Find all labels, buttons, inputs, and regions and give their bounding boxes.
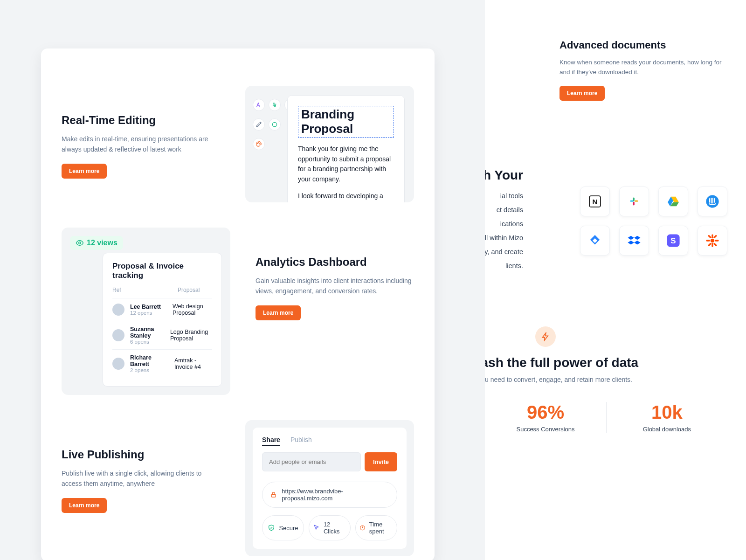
integration-line: ines —all within Mizo (485, 234, 523, 242)
realtime-title: Real-Time Editing (62, 114, 220, 127)
stripe-icon[interactable]: S (658, 226, 688, 256)
text-icon[interactable] (269, 99, 281, 111)
table-row[interactable]: Richare Barrett2 opens Amtrak - Invoice … (112, 349, 212, 378)
avatar (112, 358, 124, 370)
svg-point-0 (272, 122, 276, 126)
lock-icon (270, 491, 277, 498)
advanced-learn-more-button[interactable]: Learn more (560, 86, 605, 101)
row-proposal: Web design Proposal (173, 303, 212, 316)
slack-icon[interactable] (619, 187, 649, 216)
svg-rect-23 (706, 240, 710, 241)
right-overlay: Views (12 total) Time spent on document … (485, 0, 746, 560)
row-proposal: Logo Branding Proposal (170, 329, 212, 342)
section-realtime: Real-Time Editing Make edits in real-tim… (62, 86, 414, 202)
palette-icon[interactable] (253, 138, 265, 150)
editor-panel: Branding Proposal Thank you for giving m… (245, 86, 414, 202)
row-proposal: Amtrak - Invoice #4 (174, 357, 212, 370)
section-tracking: 12 views Proposal & Invoice tracking Ref… (62, 228, 414, 395)
tracking-heading: Proposal & Invoice tracking (112, 262, 212, 280)
avatar (112, 304, 124, 316)
circle-icon[interactable] (269, 118, 281, 131)
eye-icon (76, 239, 84, 247)
integrations-text: h Your ial tools ct details ications ine… (485, 168, 523, 276)
font-icon[interactable] (253, 99, 265, 111)
editor-title[interactable]: Branding Proposal (298, 106, 394, 138)
svg-rect-21 (711, 234, 713, 238)
analytics-desc: Gain valuable insights into client inter… (256, 276, 414, 296)
section-livepub: Live Publishing Publish live with a sing… (62, 420, 414, 556)
integration-line: ications (485, 220, 523, 228)
metric-3: 10k Global downloads (606, 402, 727, 433)
livepub-learn-more-button[interactable]: Learn more (62, 498, 107, 513)
advanced-block: Advanced documents Know when someone rea… (560, 39, 727, 101)
tab-publish[interactable]: Publish (290, 436, 312, 446)
svg-text:N: N (592, 198, 597, 206)
metric-2: 96% Success Conversions (485, 402, 606, 433)
svg-rect-5 (271, 494, 276, 497)
row-opens: 12 opens (130, 310, 167, 316)
tab-share[interactable]: Share (262, 436, 280, 446)
analytics-learn-more-button[interactable]: Learn more (256, 305, 301, 320)
svg-text:S: S (670, 236, 676, 245)
invite-button[interactable]: Invite (365, 452, 397, 471)
svg-point-20 (711, 239, 715, 243)
svg-rect-10 (635, 200, 638, 201)
livepub-title: Live Publishing (62, 448, 220, 461)
svg-rect-26 (713, 242, 717, 246)
row-name: Richare Barrett (130, 354, 169, 367)
tracking-card: Proposal & Invoice tracking Ref Proposal… (103, 253, 222, 387)
jira-icon[interactable] (580, 226, 610, 256)
table-row[interactable]: Suzanna Stanley6 opens Logo Branding Pro… (112, 321, 212, 349)
svg-rect-27 (713, 235, 717, 238)
editor-paragraph-1: Thank you for giving me the opportunity … (298, 144, 394, 185)
share-tabs: Share Publish (262, 436, 397, 446)
svg-rect-11 (633, 198, 634, 201)
cursor-icon (313, 524, 320, 532)
col-proposal: Proposal (178, 287, 200, 293)
integration-line: ct details (485, 206, 523, 214)
main-marketing-card: Real-Time Editing Make edits in real-tim… (41, 48, 435, 560)
col-ref: Ref (112, 287, 178, 293)
svg-point-3 (260, 143, 260, 144)
svg-rect-12 (633, 202, 634, 206)
svg-rect-25 (708, 235, 711, 238)
power-title: Unleash the full power of data (485, 355, 727, 370)
svg-point-1 (257, 143, 258, 144)
advanced-title: Advanced documents (560, 39, 727, 51)
drive-icon[interactable] (658, 187, 688, 216)
integrations-title: h Your (485, 168, 523, 183)
integration-line: ial tools (485, 192, 523, 200)
svg-rect-24 (715, 240, 719, 241)
integration-line: iency, and create (485, 248, 523, 256)
row-name: Suzanna Stanley (130, 326, 165, 339)
share-link[interactable]: https://www.brandvibe-proposal.mizo.com (262, 482, 397, 508)
eyedropper-icon[interactable] (253, 118, 265, 131)
pill-secure: Secure (262, 515, 304, 540)
svg-point-4 (79, 242, 81, 244)
realtime-learn-more-button[interactable]: Learn more (62, 164, 107, 179)
avatar (112, 329, 124, 341)
editor-document[interactable]: Branding Proposal Thank you for giving m… (287, 95, 405, 202)
analytics-title: Analytics Dashboard (256, 256, 414, 269)
shield-icon (268, 524, 275, 532)
dropbox-icon[interactable] (619, 226, 649, 256)
integration-line: lients. (485, 262, 523, 270)
power-sub: ything you need to convert, engage, and … (485, 376, 727, 383)
notion-icon[interactable]: N (580, 187, 610, 216)
tracking-panel: 12 views Proposal & Invoice tracking Ref… (62, 228, 230, 395)
intercom-icon[interactable] (698, 187, 727, 216)
livepub-desc: Publish live with a single click, allowi… (62, 469, 220, 489)
row-name: Lee Barrett (130, 304, 167, 310)
zapier-icon[interactable] (698, 226, 727, 256)
share-panel: Share Publish Invite https://www.brandvi… (245, 420, 414, 556)
stats-block: Unleash the full power of data ything yo… (485, 326, 727, 433)
lightning-icon (535, 326, 556, 347)
row-opens: 2 opens (130, 367, 169, 373)
pill-clicks: 12 Clicks (309, 515, 351, 540)
invite-input[interactable] (262, 452, 361, 471)
svg-rect-28 (708, 242, 711, 246)
realtime-desc: Make edits in real-time, ensuring presen… (62, 134, 220, 154)
advanced-desc: Know when someone reads your documents, … (560, 58, 727, 77)
integration-logos: N S (580, 187, 727, 256)
table-row[interactable]: Lee Barrett12 opens Web design Proposal (112, 298, 212, 321)
